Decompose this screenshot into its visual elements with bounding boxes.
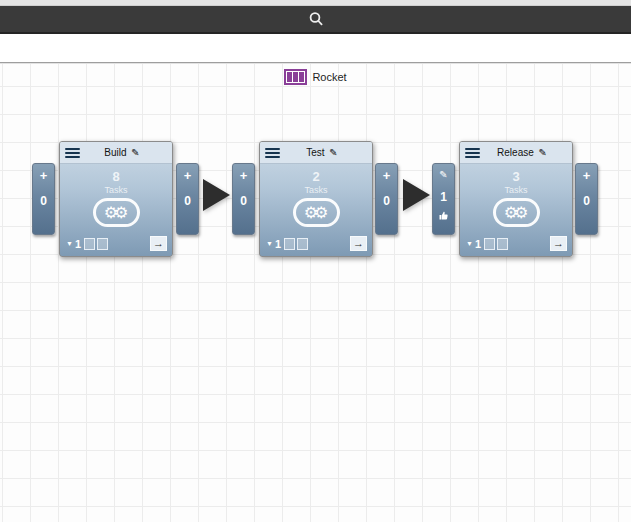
open-stage-button[interactable]: → <box>550 236 567 251</box>
open-stage-button[interactable]: → <box>150 236 167 251</box>
edit-icon[interactable]: ✎ <box>131 147 139 158</box>
edit-icon[interactable]: ✎ <box>539 147 547 158</box>
toolbar-divider <box>0 62 631 63</box>
stage-summary: 3 Tasks ⚙⚙ <box>460 169 572 227</box>
gears-icon: ⚙⚙ <box>293 198 340 227</box>
task-count: 8 <box>60 169 172 184</box>
pre-approval-tab-test[interactable]: + 0 <box>232 163 255 235</box>
tasks-label: Tasks <box>260 185 372 195</box>
tasks-label: Tasks <box>60 185 172 195</box>
stage-header: Test ✎ <box>260 142 372 164</box>
collapse-icon[interactable]: ▼ <box>66 239 73 249</box>
connector-arrow-icon <box>203 179 230 211</box>
thumb-up-icon <box>433 211 454 220</box>
status-badge[interactable] <box>97 238 108 250</box>
gears-icon: ⚙⚙ <box>493 198 540 227</box>
add-approval-icon[interactable]: + <box>376 169 397 183</box>
post-approval-tab-test[interactable]: + 0 <box>375 163 398 235</box>
stage-summary: 2 Tasks ⚙⚙ <box>260 169 372 227</box>
approval-count: 1 <box>433 190 454 204</box>
post-approval-tab-build[interactable]: + 0 <box>176 163 199 235</box>
stage-footer: ▼ 1 → <box>466 236 567 251</box>
stage-header: Release ✎ <box>460 142 572 164</box>
status-badge[interactable] <box>284 238 295 250</box>
add-approval-icon[interactable]: + <box>576 169 597 183</box>
post-approval-tab-release[interactable]: + 0 <box>575 163 598 235</box>
stage-header: Build ✎ <box>60 142 172 164</box>
stage-card-build[interactable]: Build ✎ 8 Tasks ⚙⚙ ▼ 1 → <box>59 141 173 257</box>
footer-count: 1 <box>275 238 281 250</box>
gears-icon: ⚙⚙ <box>93 198 140 227</box>
pipeline-name-label[interactable]: Rocket <box>0 69 631 85</box>
status-badge[interactable] <box>84 238 95 250</box>
menu-icon[interactable] <box>465 148 480 158</box>
task-count: 2 <box>260 169 372 184</box>
approval-count: 0 <box>576 194 597 208</box>
pipeline-name: Rocket <box>312 71 346 83</box>
open-stage-button[interactable]: → <box>350 236 367 251</box>
edit-icon[interactable]: ✎ <box>329 147 337 158</box>
stage-title: Test ✎ <box>280 147 364 158</box>
task-count: 3 <box>460 169 572 184</box>
pipeline-icon <box>284 69 307 85</box>
stage-title: Build ✎ <box>80 147 164 158</box>
approval-count: 0 <box>376 194 397 208</box>
menu-icon[interactable] <box>65 148 80 158</box>
add-approval-icon[interactable]: + <box>233 169 254 183</box>
edit-approval-icon[interactable]: ✎ <box>433 169 454 181</box>
pre-approval-tab-build[interactable]: + 0 <box>32 163 55 235</box>
stage-footer: ▼ 1 → <box>266 236 367 251</box>
menu-icon[interactable] <box>265 148 280 158</box>
approval-count: 0 <box>233 194 254 208</box>
stage-card-test[interactable]: Test ✎ 2 Tasks ⚙⚙ ▼ 1 → <box>259 141 373 257</box>
add-approval-icon[interactable]: + <box>177 169 198 183</box>
approval-count: 0 <box>177 194 198 208</box>
status-badge[interactable] <box>297 238 308 250</box>
pre-approval-tab-release[interactable]: ✎ 1 <box>432 163 455 235</box>
collapse-icon[interactable]: ▼ <box>266 239 273 249</box>
approval-count: 0 <box>33 194 54 208</box>
top-toolbar <box>0 6 631 34</box>
status-badge[interactable] <box>497 238 508 250</box>
search-icon[interactable] <box>308 11 324 27</box>
footer-count: 1 <box>75 238 81 250</box>
app-window: Rocket + 0 Build ✎ 8 Tasks ⚙⚙ ▼ 1 <box>0 0 631 522</box>
status-badge[interactable] <box>484 238 495 250</box>
sub-toolbar-band <box>0 34 631 62</box>
stage-title: Release ✎ <box>480 147 564 158</box>
tasks-label: Tasks <box>460 185 572 195</box>
stage-summary: 8 Tasks ⚙⚙ <box>60 169 172 227</box>
stage-card-release[interactable]: Release ✎ 3 Tasks ⚙⚙ ▼ 1 → <box>459 141 573 257</box>
pipeline-canvas[interactable]: Rocket + 0 Build ✎ 8 Tasks ⚙⚙ ▼ 1 <box>0 64 631 522</box>
footer-count: 1 <box>475 238 481 250</box>
add-approval-icon[interactable]: + <box>33 169 54 183</box>
connector-arrow-icon <box>403 179 430 211</box>
collapse-icon[interactable]: ▼ <box>466 239 473 249</box>
stage-footer: ▼ 1 → <box>66 236 167 251</box>
